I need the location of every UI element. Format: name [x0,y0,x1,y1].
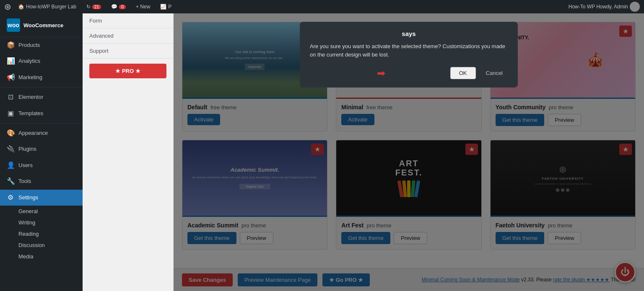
sidebar-item-label-marketing: Marketing [18,74,42,81]
appearance-icon: 🎨 [7,129,14,138]
sidebar-item-label-plugins: Plugins [18,145,36,153]
sidebar-sub-discussion[interactable]: Discussion [0,239,83,251]
plugin-sidebar: Form Advanced Support ★ PRO ★ [83,13,174,291]
sidebar-item-analytics[interactable]: 📊 Analytics [0,53,83,69]
admin-bar-site[interactable]: 🏠 How-toWP Burger Lab [15,0,80,13]
sidebar-sub-label-reading: Reading [18,231,39,237]
admin-bar-comments[interactable]: 💬 0 [108,0,129,13]
dialog-title: says [310,30,508,37]
woocommerce-label: WooCommerce [23,22,63,28]
sidebar-item-elementor[interactable]: ⊡ Elementor [0,89,83,105]
sidebar-item-products[interactable]: 📦 Products [0,37,83,53]
plugin-sidebar-pro-button[interactable]: ★ PRO ★ [89,64,166,78]
sidebar-sub-reading[interactable]: Reading [0,228,83,239]
main-layout: woo WooCommerce 📦 Products 📊 Analytics 📢… [0,13,644,291]
sidebar-sub-media[interactable]: Media [0,251,83,262]
sidebar-divider [0,87,83,88]
sidebar-sub-label-discussion: Discussion [18,242,45,248]
templates-icon: ▣ [7,109,14,118]
settings-icon: ⚙ [7,193,14,202]
admin-bar: ⊛ 🏠 How-toWP Burger Lab ↻ 21 💬 0 + New 📈… [0,0,644,13]
dialog-arrow-icon: ➡ [377,67,385,79]
sidebar-logo: woo WooCommerce [0,13,83,37]
sidebar-item-label-products: Products [18,41,40,49]
sidebar-item-label-analytics: Analytics [18,57,40,65]
sidebar-sub-writing[interactable]: Writing [0,217,83,228]
marketing-icon: 📢 [7,73,14,82]
sidebar-sub-label-general: General [18,208,38,214]
dialog-cancel-button[interactable]: Cancel [481,67,508,79]
sidebar-item-marketing[interactable]: 📢 Marketing [0,70,83,85]
users-icon: 👤 [7,161,14,170]
dialog-actions: ➡ OK Cancel [310,67,508,79]
sidebar-divider-2 [0,123,83,124]
sidebar-item-label-appearance: Appearance [18,129,48,137]
sidebar: woo WooCommerce 📦 Products 📊 Analytics 📢… [0,13,83,291]
sidebar-item-settings[interactable]: ⚙ Settings [0,190,83,206]
elementor-icon: ⊡ [7,93,14,102]
sidebar-sub-general[interactable]: General [0,206,83,217]
woocommerce-icon: woo [7,18,20,32]
dialog-message: Are you sure you want to activate the se… [310,42,508,59]
sidebar-item-label-users: Users [18,162,33,169]
sidebar-sub-label-media: Media [18,253,33,260]
admin-bar-right: How-To WP Howdy, Admin [569,2,640,12]
sidebar-item-templates[interactable]: ▣ Templates [0,106,83,121]
dialog-ok-button[interactable]: OK [450,67,476,79]
products-icon: 📦 [7,41,14,50]
plugins-icon: 🔌 [7,144,14,154]
sidebar-item-plugins[interactable]: 🔌 Plugins [0,141,83,157]
sidebar-menu: 📦 Products 📊 Analytics 📢 Marketing ⊡ Ele… [0,37,83,291]
analytics-icon: 📊 [7,57,14,66]
sidebar-item-label-templates: Templates [18,110,43,117]
avatar[interactable] [630,2,640,12]
sidebar-sub-label-writing: Writing [18,219,35,226]
sidebar-item-label-tools: Tools [18,178,31,185]
admin-bar-new[interactable]: + New [132,0,153,13]
sidebar-item-appearance[interactable]: 🎨 Appearance [0,125,83,141]
plugin-sidebar-advanced[interactable]: Advanced [83,28,173,44]
sidebar-item-tools[interactable]: 🔧 Tools [0,173,83,189]
dialog-box: says Are you sure you want to activate t… [300,22,518,88]
content-area: Form Advanced Support ★ PRO ★ [83,13,644,291]
wp-logo-icon[interactable]: ⊛ [4,2,11,12]
dialog-overlay: says Are you sure you want to activate t… [174,13,644,291]
admin-bar-performance[interactable]: 📈 P [157,0,175,13]
tools-icon: 🔧 [7,177,14,186]
plugin-sidebar-form[interactable]: Form [83,13,173,28]
sidebar-item-label-settings: Settings [18,194,38,201]
admin-bar-updates[interactable]: ↻ 21 [83,0,104,13]
sidebar-item-users[interactable]: 👤 Users [0,157,83,173]
plugin-sidebar-support[interactable]: Support [83,44,173,59]
sidebar-item-label-elementor: Elementor [18,93,43,101]
